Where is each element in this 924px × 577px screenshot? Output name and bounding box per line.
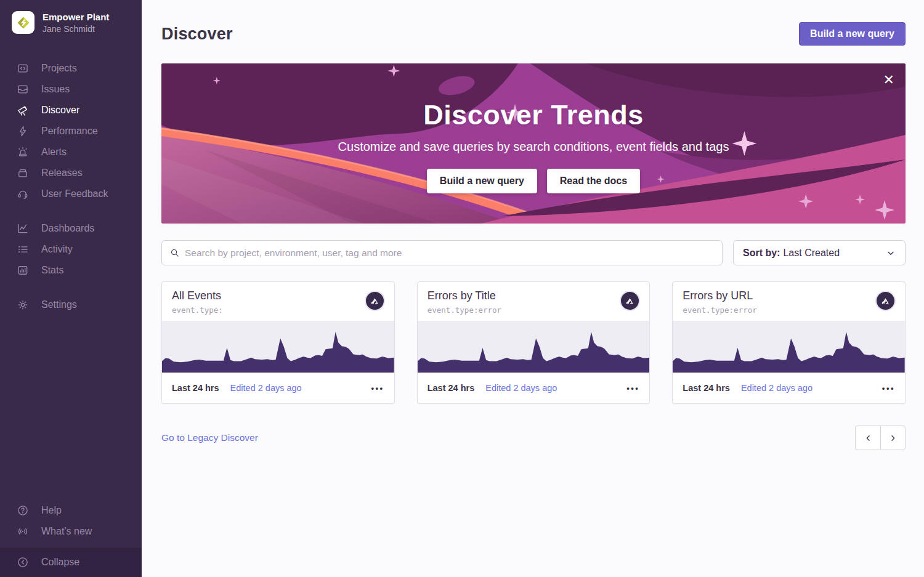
sparkline-chart [162, 321, 394, 373]
sidebar-item-issues[interactable]: Issues [0, 79, 142, 100]
card-title[interactable]: All Events [172, 289, 223, 302]
search-box [161, 240, 723, 265]
help-icon [17, 504, 29, 517]
sparkline-chart [418, 321, 650, 373]
sidebar-collapse-button[interactable]: Collapse [0, 553, 142, 571]
org-user: Jane Schmidt [43, 23, 109, 34]
banner-build-query-button[interactable]: Build a new query [427, 169, 537, 193]
sidebar-collapse-wrap: Collapse [0, 547, 142, 577]
chevron-right-icon [888, 434, 898, 443]
sidebar-item-label: Performance [41, 126, 98, 137]
sidebar-item-label: Help [41, 505, 62, 516]
card-edited-link[interactable]: Edited 2 days ago [741, 383, 813, 393]
card-query: event.type:error [428, 305, 501, 315]
sidebar-item-label: Settings [41, 299, 77, 310]
discover-icon [17, 104, 29, 116]
chevron-down-icon [886, 248, 896, 258]
sidebar-item-stats[interactable]: Stats [0, 260, 142, 281]
sidebar-item-whats-new[interactable]: What’s new [0, 521, 142, 542]
sidebar-item-label: Stats [41, 265, 63, 276]
sidebar-item-label: Issues [41, 84, 70, 95]
legacy-discover-link[interactable]: Go to Legacy Discover [161, 432, 258, 443]
org-header[interactable]: Empower Plant Jane Schmidt [0, 0, 142, 34]
sidebar-item-label: What’s new [41, 526, 92, 537]
sentry-logo-icon [365, 291, 385, 311]
sidebar-item-label: Activity [41, 244, 73, 255]
sidebar-item-help[interactable]: Help [0, 500, 142, 521]
card-timeframe: Last 24 hrs [683, 383, 730, 393]
banner-title: Discover Trends [423, 99, 644, 131]
sidebar-item-label: Alerts [41, 147, 67, 158]
sentry-logo-icon [620, 291, 640, 311]
banner-subtitle: Customize and save queries by search con… [338, 140, 729, 154]
card-title[interactable]: Errors by URL [683, 289, 756, 302]
search-input[interactable] [185, 248, 714, 259]
next-page-button[interactable] [880, 426, 906, 450]
whats-new-icon [17, 525, 29, 538]
sidebar-item-projects[interactable]: Projects [0, 58, 142, 79]
dashboards-icon [17, 222, 29, 235]
sidebar: Empower Plant Jane Schmidt Projects Issu… [0, 0, 142, 577]
sidebar-item-performance[interactable]: Performance [0, 121, 142, 142]
sidebar-item-label: Projects [41, 63, 77, 74]
card-query: event.type: [172, 305, 223, 315]
saved-query-cards: All Events event.type: Last 24 hrs Edite… [161, 281, 906, 404]
sidebar-item-dashboards[interactable]: Dashboards [0, 218, 142, 239]
query-card-errors-by-title: Errors by Title event.type:error Last 24… [417, 281, 650, 404]
card-title[interactable]: Errors by Title [428, 289, 501, 302]
pagination [855, 426, 906, 450]
sidebar-item-label: Dashboards [41, 223, 94, 234]
query-card-all-events: All Events event.type: Last 24 hrs Edite… [161, 281, 395, 404]
card-timeframe: Last 24 hrs [428, 383, 475, 393]
sidebar-item-label: Collapse [41, 557, 79, 568]
collapse-icon [17, 556, 29, 568]
sidebar-item-label: Discover [41, 105, 79, 116]
sidebar-item-alerts[interactable]: Alerts [0, 142, 142, 163]
discover-trends-banner: ✕ Discover Trends Customize and save que… [161, 63, 906, 224]
alerts-icon [17, 146, 29, 158]
issues-icon [17, 83, 29, 95]
sort-label: Sort by: [743, 248, 780, 259]
search-icon [170, 248, 179, 257]
build-new-query-button[interactable]: Build a new query [799, 22, 906, 46]
stats-icon [17, 264, 29, 276]
card-timeframe: Last 24 hrs [172, 383, 219, 393]
banner-read-docs-button[interactable]: Read the docs [547, 169, 640, 193]
sidebar-nav: Projects Issues Discover Performance Ale… [0, 34, 142, 315]
sort-dropdown[interactable]: Sort by: Last Created [733, 240, 906, 265]
card-options-icon[interactable]: ••• [882, 384, 895, 393]
query-card-errors-by-url: Errors by URL event.type:error Last 24 h… [672, 281, 906, 404]
settings-icon [17, 299, 29, 311]
sidebar-item-label: User Feedback [41, 188, 108, 200]
card-options-icon[interactable]: ••• [626, 384, 639, 393]
main-content: Discover Build a new query [142, 0, 924, 577]
previous-page-button[interactable] [855, 426, 880, 450]
card-options-icon[interactable]: ••• [371, 384, 384, 393]
sidebar-footer-nav: Help What’s new [0, 500, 142, 547]
sidebar-item-activity[interactable]: Activity [0, 239, 142, 260]
page-title: Discover [161, 25, 233, 44]
user-feedback-icon [17, 188, 29, 200]
performance-icon [17, 125, 29, 137]
chevron-left-icon [864, 434, 873, 443]
card-edited-link[interactable]: Edited 2 days ago [230, 383, 302, 393]
projects-icon [17, 62, 29, 75]
sidebar-item-releases[interactable]: Releases [0, 163, 142, 184]
sidebar-item-settings[interactable]: Settings [0, 294, 142, 315]
sidebar-item-user-feedback[interactable]: User Feedback [0, 184, 142, 204]
org-name: Empower Plant [43, 11, 109, 23]
releases-icon [17, 167, 29, 179]
org-logo-icon [12, 11, 34, 34]
sidebar-item-label: Releases [41, 167, 83, 179]
sidebar-item-discover[interactable]: Discover [0, 100, 142, 121]
card-edited-link[interactable]: Edited 2 days ago [485, 383, 557, 393]
activity-icon [17, 243, 29, 256]
sort-value: Last Created [783, 248, 840, 259]
sparkline-chart [673, 321, 905, 373]
sentry-logo-icon [875, 291, 896, 311]
card-query: event.type:error [683, 305, 756, 315]
